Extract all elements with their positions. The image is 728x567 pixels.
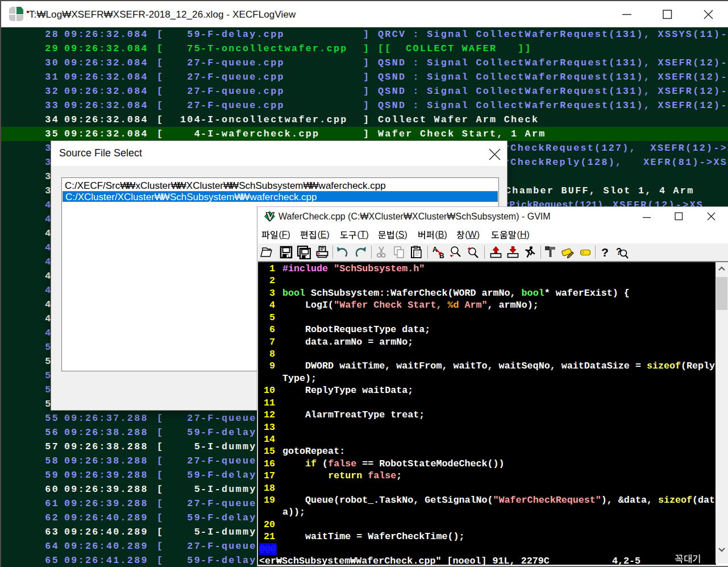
svg-text:?: ? — [601, 246, 609, 259]
